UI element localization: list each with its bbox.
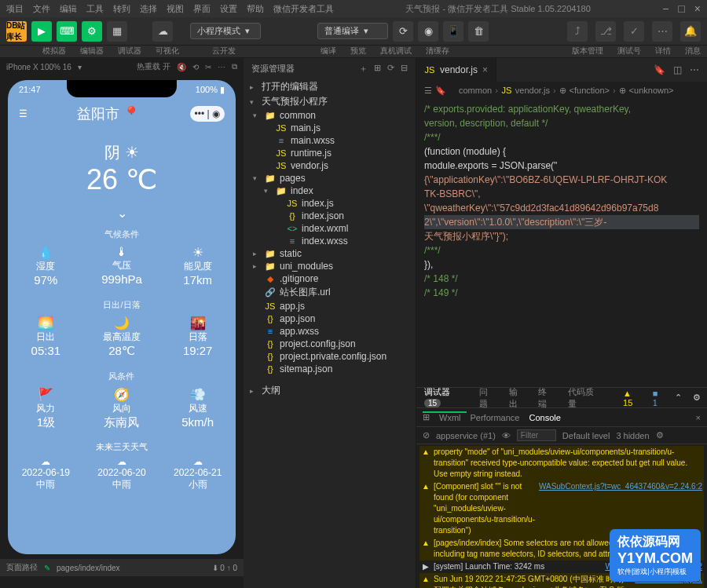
tree-main.js[interactable]: JSmain.js: [244, 122, 416, 134]
level-select[interactable]: Default level: [562, 431, 610, 440]
info-count[interactable]: ■ 1: [653, 389, 664, 407]
tree-app.json[interactable]: {}app.json: [244, 312, 416, 325]
outline-section[interactable]: ▸大纲: [244, 383, 416, 398]
tree-static[interactable]: ▸📁static: [244, 247, 416, 260]
menu-编辑[interactable]: 编辑: [60, 3, 77, 15]
clear-console-icon[interactable]: ⊘: [423, 430, 430, 440]
new-file-icon[interactable]: ＋: [359, 63, 368, 75]
menu-界面[interactable]: 界面: [193, 3, 211, 15]
tree-pages[interactable]: ▾📁pages: [244, 172, 416, 184]
vcs-button[interactable]: ⎇: [595, 21, 616, 42]
menu-帮助[interactable]: 帮助: [247, 3, 264, 15]
tree-runtime.js[interactable]: JSruntime.js: [244, 147, 416, 159]
tree-uni_modules[interactable]: ▸📁uni_modules: [244, 260, 416, 272]
page-path[interactable]: pages/index/index: [57, 564, 120, 572]
capsule-button[interactable]: ••• | ◉: [190, 106, 225, 122]
compile-select[interactable]: 普通编译▾: [317, 23, 388, 39]
tree-project.config.json[interactable]: {}project.config.json: [244, 338, 416, 350]
bookmark-icon[interactable]: 🔖: [654, 64, 665, 75]
menu-选择[interactable]: 选择: [140, 3, 157, 15]
tree-index.json[interactable]: {}index.json: [244, 210, 416, 222]
debugger-toggle[interactable]: ⚙: [82, 21, 102, 42]
tab-vendor-js[interactable]: JSvendor.js×: [416, 58, 496, 82]
tree-app.wxss[interactable]: ≡app.wxss: [244, 325, 416, 338]
tree-app.js[interactable]: JSapp.js: [244, 300, 416, 312]
context-select[interactable]: appservice (#1): [436, 431, 496, 440]
breadcrumb[interactable]: ☰🔖 common› JSvendor.js› ⊕<function>› ⊕<u…: [416, 82, 707, 99]
rotate-icon[interactable]: ⟲: [192, 63, 199, 71]
editor-tabs: JSvendor.js× 🔖 ◫ ⋯: [416, 58, 707, 82]
menu-微信开发者工具[interactable]: 微信开发者工具: [273, 3, 334, 15]
upload-button[interactable]: ⤴: [567, 21, 588, 42]
log-line: ▲property "mode" of "uni_modules/uview-u…: [419, 446, 704, 480]
elements-icon[interactable]: ⊞: [423, 412, 430, 422]
collapse-icon[interactable]: ⊟: [401, 63, 408, 75]
maximize-icon[interactable]: □: [678, 2, 684, 15]
more-icon[interactable]: ⋯: [218, 63, 225, 71]
main-area: iPhone X 100% 16▾ 热重载 开 🔇 ⟲ ✂ ⋯ ⧉ 21:47 …: [0, 58, 707, 588]
section-open-editors[interactable]: ▸打开的编辑器: [244, 79, 416, 94]
new-folder-icon[interactable]: ⊞: [374, 63, 381, 75]
devtools-close-icon[interactable]: ×: [696, 413, 701, 422]
menu-项目[interactable]: 项目: [6, 3, 24, 15]
phone-frame: 21:47 100% ▮ ☰ 益阳市 📍 ••• | ◉ 阴 ☀ 26 ℃ ⌄ …: [8, 80, 236, 554]
warn-count[interactable]: ▲ 15: [623, 389, 642, 407]
gear-icon[interactable]: ⚙: [656, 430, 664, 440]
tab-wxml[interactable]: Wxml: [439, 413, 461, 422]
mode-select[interactable]: 小程序模式▾: [190, 23, 261, 39]
tree-站长图库.url[interactable]: 🔗站长图库.url: [244, 285, 416, 300]
detach-icon[interactable]: ⧉: [232, 62, 237, 71]
tree-index.wxss[interactable]: ≡index.wxss: [244, 235, 416, 247]
filter-input[interactable]: [517, 429, 556, 441]
tree-index[interactable]: ▾📁index: [244, 184, 416, 197]
city-title[interactable]: 益阳市 📍: [77, 104, 140, 123]
preview-button[interactable]: ◉: [418, 21, 438, 42]
mute-icon[interactable]: 🔇: [177, 63, 186, 71]
logo-badge[interactable]: DB站库长: [6, 21, 27, 42]
tree-index.wxml[interactable]: <>index.wxml: [244, 222, 416, 235]
tree-vendor.js[interactable]: JSvendor.js: [244, 159, 416, 172]
tree-.gitignore[interactable]: ◆.gitignore: [244, 272, 416, 285]
close-tab-icon[interactable]: ×: [482, 64, 488, 75]
refresh-icon[interactable]: ⟳: [387, 63, 394, 75]
toolbar-labels: 模拟器编辑器调试器可视化 云开发 编译预览真机调试清缓存 版本管理测试号详情消息: [0, 46, 707, 58]
close-icon[interactable]: ×: [694, 2, 701, 15]
tree-index.js[interactable]: JSindex.js: [244, 197, 416, 210]
notification-button[interactable]: 🔔: [680, 21, 701, 42]
hot-reload-toggle[interactable]: 热重载 开: [137, 61, 170, 72]
code-area[interactable]: /* exports.provided: applicationKey, qwe…: [416, 99, 707, 387]
cloud-dev-button[interactable]: ☁: [152, 21, 173, 42]
editor-toggle[interactable]: ⌨: [57, 21, 77, 42]
tree-main.wxss[interactable]: ≡main.wxss: [244, 134, 416, 147]
remote-debug-button[interactable]: 📱: [443, 21, 463, 42]
menu-转到[interactable]: 转到: [113, 3, 130, 15]
test-button[interactable]: ✓: [624, 21, 644, 42]
eye-icon[interactable]: 👁: [502, 431, 511, 440]
cut-icon[interactable]: ✂: [205, 63, 211, 71]
minimize-icon[interactable]: −: [662, 2, 669, 15]
more-actions-icon[interactable]: ⋯: [690, 64, 699, 75]
split-icon[interactable]: ◫: [673, 64, 682, 75]
section-project[interactable]: ▾天气预报小程序: [244, 94, 416, 109]
device-select[interactable]: iPhone X 100% 16: [6, 63, 71, 71]
tab-performance[interactable]: Performance: [471, 413, 520, 422]
tree-sitemap.json[interactable]: {}sitemap.json: [244, 363, 416, 375]
detail-button[interactable]: ⋯: [652, 21, 672, 42]
tree-common[interactable]: ▾📁common: [244, 109, 416, 122]
expand-icon[interactable]: ⌃: [675, 393, 682, 403]
menu-文件[interactable]: 文件: [33, 3, 50, 15]
visual-toggle[interactable]: ▦: [107, 21, 127, 42]
menu-icon[interactable]: ☰: [19, 108, 27, 119]
tree-project.private.config.json[interactable]: {}project.private.config.json: [244, 350, 416, 363]
clear-cache-button[interactable]: 🗑: [468, 21, 489, 42]
menu-视图[interactable]: 视图: [167, 3, 184, 15]
hidden-count[interactable]: 3 hidden: [616, 431, 649, 440]
menu-工具[interactable]: 工具: [86, 3, 104, 15]
settings-icon[interactable]: ⚙: [693, 393, 701, 403]
expand-chevron-icon[interactable]: ⌄: [8, 203, 236, 224]
tab-console[interactable]: Console: [529, 413, 560, 422]
menu-设置[interactable]: 设置: [220, 3, 237, 15]
watermark-badge: 依依源码网 Y1YM.COM 软件|游戏|小程序|模板: [610, 529, 701, 582]
compile-button[interactable]: ⟳: [393, 21, 413, 42]
simulator-toggle[interactable]: ▶: [31, 21, 52, 42]
